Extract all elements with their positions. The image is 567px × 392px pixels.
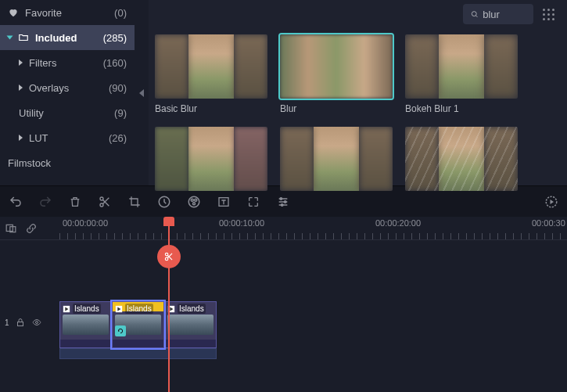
track-head: 1 <box>0 295 59 350</box>
svg-point-20 <box>35 322 38 324</box>
svg-point-11 <box>284 200 286 203</box>
svg-point-6 <box>191 199 193 201</box>
collapse-left-icon <box>139 89 144 97</box>
svg-point-12 <box>281 203 283 206</box>
sidebar-item-favorite[interactable]: Favorite (0) <box>0 0 135 25</box>
effect-thumb <box>405 34 518 99</box>
ruler-mark: 00:00:00:00 <box>63 218 108 228</box>
sidebar-item-overlays[interactable]: Overlays (90) <box>0 75 135 100</box>
playhead[interactable] <box>168 217 170 392</box>
ruler-mark: 00:00:20:00 <box>375 218 421 228</box>
split-button[interactable] <box>97 194 113 210</box>
effect-item-blur[interactable]: Blur <box>280 34 393 114</box>
clip-name: Islands <box>178 304 206 314</box>
effect-item-5[interactable] <box>280 127 393 191</box>
effect-thumb <box>155 34 267 99</box>
sidebar-count: (160) <box>103 57 127 69</box>
sidebar-label: Filmstock <box>8 157 51 169</box>
download-icon <box>252 131 263 142</box>
sidebar-label: Overlays <box>29 82 69 94</box>
effect-label: Blur <box>280 103 393 114</box>
sidebar-count: (9) <box>114 107 127 119</box>
sidebar: Favorite (0) Included (285) Filters (160… <box>0 0 135 185</box>
timeline: 00:00:00:00 00:00:10:00 00:00:20:00 00:0… <box>0 217 567 392</box>
effect-thumb <box>155 127 267 191</box>
track-content[interactable]: Islands Islands Islands <box>59 295 567 350</box>
folder-icon <box>18 32 29 43</box>
download-icon <box>377 131 388 142</box>
clip-name: Islands <box>73 304 101 314</box>
ruler-mark: 00:00:10:00 <box>219 218 264 228</box>
svg-point-10 <box>280 197 282 200</box>
sidebar-item-lut[interactable]: LUT (26) <box>0 125 135 150</box>
play-icon <box>115 305 123 313</box>
crop-button[interactable] <box>127 194 142 210</box>
search-input[interactable] <box>483 9 526 20</box>
effect-item-6[interactable] <box>405 127 518 191</box>
effect-badge-icon <box>115 325 126 336</box>
undo-button[interactable] <box>8 194 23 210</box>
search-box[interactable] <box>463 4 533 24</box>
eye-icon[interactable] <box>31 318 42 327</box>
clip[interactable]: Islands <box>164 301 217 348</box>
sidebar-label: LUT <box>29 132 48 144</box>
effect-item-bokeh-blur-1[interactable]: Bokeh Blur 1 <box>405 34 518 114</box>
sidebar-item-included[interactable]: Included (285) <box>0 25 135 50</box>
ruler-mark: 00:00:30 <box>532 218 565 228</box>
effect-label: Basic Blur <box>155 103 267 114</box>
svg-point-0 <box>472 11 476 16</box>
effect-item-4[interactable] <box>155 127 267 191</box>
clip[interactable]: Islands <box>112 301 164 348</box>
sidebar-label: Utility <box>19 107 44 119</box>
svg-point-8 <box>193 202 196 204</box>
sidebar-count: (26) <box>109 132 127 144</box>
effect-thumb <box>280 127 393 191</box>
svg-line-1 <box>475 15 477 16</box>
lock-icon[interactable] <box>16 318 25 327</box>
effect-thumb <box>280 34 393 99</box>
sidebar-item-utility[interactable]: Utility (9) <box>0 100 135 125</box>
sidebar-item-filters[interactable]: Filters (160) <box>0 50 135 75</box>
sidebar-count: (90) <box>109 82 127 94</box>
effect-thumb <box>405 127 518 191</box>
sidebar-label: Filters <box>29 57 56 69</box>
sidebar-label: Included <box>35 32 77 44</box>
chevron-down-icon <box>7 36 13 40</box>
svg-marker-14 <box>551 200 554 204</box>
redo-button[interactable] <box>38 194 53 210</box>
timeline-ruler[interactable]: 00:00:00:00 00:00:10:00 00:00:20:00 00:0… <box>0 217 567 240</box>
play-icon <box>63 305 70 313</box>
audio-track[interactable] <box>59 348 217 359</box>
media-icon[interactable] <box>5 223 17 234</box>
link-icon[interactable] <box>25 223 38 234</box>
sidebar-count: (0) <box>114 7 127 19</box>
chevron-right-icon <box>19 85 23 91</box>
effects-panel: Basic Blur Blur Bokeh Blur 1 <box>149 0 567 185</box>
svg-rect-19 <box>17 322 23 326</box>
search-icon <box>471 9 479 20</box>
delete-button[interactable] <box>67 194 83 210</box>
heart-icon <box>8 7 19 18</box>
clip[interactable]: Islands <box>59 301 112 348</box>
chevron-right-icon <box>19 59 23 66</box>
chevron-right-icon <box>19 135 23 141</box>
track-index: 1 <box>5 318 9 327</box>
effect-label: Bokeh Blur 1 <box>405 103 518 114</box>
svg-point-7 <box>195 199 197 201</box>
sidebar-item-filmstock[interactable]: Filmstock <box>0 150 135 175</box>
sidebar-label: Favorite <box>25 7 62 19</box>
effect-item-basic-blur[interactable]: Basic Blur <box>155 34 267 114</box>
panel-divider[interactable] <box>135 0 149 185</box>
clip-name: Islands <box>125 304 153 314</box>
playhead-handle[interactable] <box>157 245 181 268</box>
sidebar-count: (285) <box>103 32 127 44</box>
apps-grid-icon[interactable] <box>543 9 554 20</box>
video-track: 1 Islands Islands <box>0 295 567 350</box>
